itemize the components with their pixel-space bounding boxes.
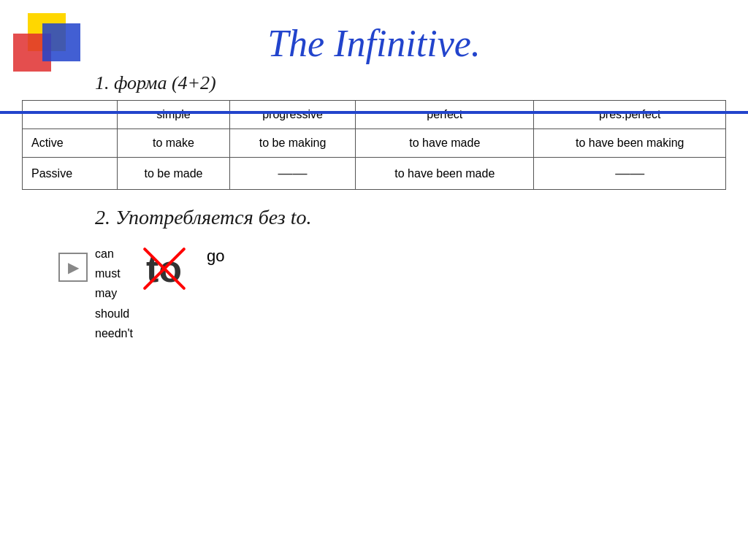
active-label: Active xyxy=(23,129,118,158)
passive-pres-perfect: —— xyxy=(534,158,726,190)
modal-words-list: can must may should needn't xyxy=(95,244,133,343)
passive-progressive: —— xyxy=(229,158,355,190)
square-blue xyxy=(42,23,80,61)
active-perfect: to have made xyxy=(356,129,534,158)
passive-label: Passive xyxy=(23,158,118,190)
decorative-squares xyxy=(13,13,94,79)
header-pres-perfect: pres.perfect xyxy=(534,101,726,129)
modal-neednt: needn't xyxy=(95,323,133,343)
active-simple: to make xyxy=(118,129,230,158)
table-header-row: simple progressive perfect pres.perfect xyxy=(23,101,726,129)
header-perfect: perfect xyxy=(356,101,534,129)
verb-go: go xyxy=(207,247,224,266)
modal-should: should xyxy=(95,304,133,323)
header-progressive: progressive xyxy=(229,101,355,129)
indicator-box: ▶ xyxy=(58,253,88,282)
table-row-active: Active to make to be making to have made… xyxy=(23,129,726,158)
passive-perfect: to have been made xyxy=(356,158,534,190)
section1-heading: 1. форма (4+2) xyxy=(95,72,748,94)
bottom-section: ▶ can must may should needn't to go xyxy=(58,239,748,343)
section2-heading: 2. Употребляется без to. xyxy=(95,206,748,229)
active-progressive: to be making xyxy=(229,129,355,158)
page-title: The Infinitive. xyxy=(0,22,748,65)
active-pres-perfect: to have been making xyxy=(534,129,726,158)
header-empty xyxy=(23,101,118,129)
crossed-to-container: to xyxy=(146,247,182,291)
passive-simple: to be made xyxy=(118,158,230,190)
modal-must: must xyxy=(95,264,133,283)
table-row-passive: Passive to be made —— to have been made … xyxy=(23,158,726,190)
header-simple: simple xyxy=(118,101,230,129)
modal-may: may xyxy=(95,283,133,303)
blue-divider xyxy=(0,111,748,114)
modal-can: can xyxy=(95,244,133,264)
